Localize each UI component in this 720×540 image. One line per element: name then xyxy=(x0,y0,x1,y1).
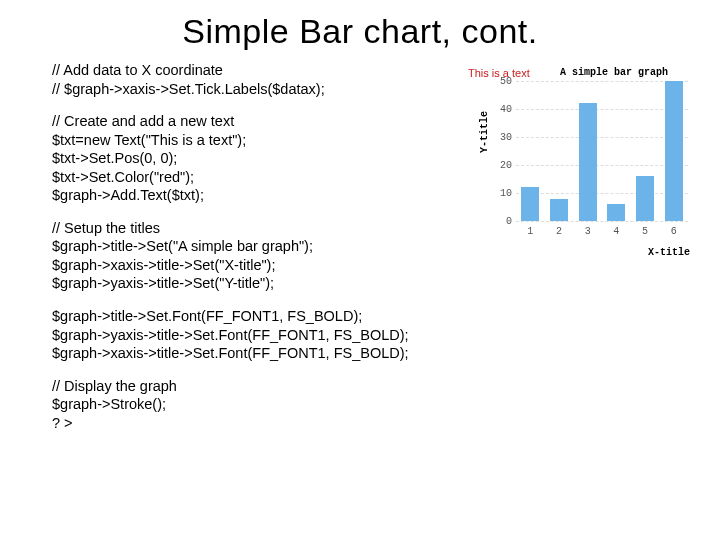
code-line: $txt=new Text("This is a text"); xyxy=(52,131,462,150)
code-line: // Add data to X coordinate xyxy=(52,61,462,80)
code-line: $graph->xaxis->title->Set.Font(FF_FONT1,… xyxy=(52,344,692,363)
code-line: ? > xyxy=(52,414,692,433)
content-row: // Add data to X coordinate // $graph->x… xyxy=(0,61,720,307)
code-line: // Create and add a new text xyxy=(52,112,462,131)
chart-y-tick: 0 xyxy=(494,216,512,227)
chart-y-tick: 40 xyxy=(494,104,512,115)
chart-y-axis-label: Y-title xyxy=(479,111,490,153)
chart-y-tick: 50 xyxy=(494,76,512,87)
code-block-3: // Setup the titles $graph->title->Set("… xyxy=(52,219,462,293)
code-block-4: $graph->title->Set.Font(FF_FONT1, FS_BOL… xyxy=(52,307,692,363)
chart-bar xyxy=(665,81,683,221)
code-line: $graph->yaxis->title->Set.Font(FF_FONT1,… xyxy=(52,326,692,345)
code-line: $graph->yaxis->title->Set("Y-title"); xyxy=(52,274,462,293)
bar-chart: This is a text A simple bar graph Y-titl… xyxy=(462,63,692,258)
chart-plot-area: 01020304050123456 xyxy=(516,81,688,221)
chart-column: This is a text A simple bar graph Y-titl… xyxy=(462,61,692,307)
code-line: $graph->xaxis->title->Set("X-title"); xyxy=(52,256,462,275)
chart-bar xyxy=(521,187,539,221)
code-line: $graph->title->Set.Font(FF_FONT1, FS_BOL… xyxy=(52,307,692,326)
chart-bar xyxy=(607,204,625,221)
code-line: $graph->Stroke(); xyxy=(52,395,692,414)
code-line: $graph->Add.Text($txt); xyxy=(52,186,462,205)
chart-x-tick: 5 xyxy=(642,226,648,237)
code-block-1: // Add data to X coordinate // $graph->x… xyxy=(52,61,462,98)
chart-x-tick: 4 xyxy=(613,226,619,237)
chart-gridline xyxy=(516,221,688,222)
chart-y-tick: 10 xyxy=(494,188,512,199)
code-column: // Add data to X coordinate // $graph->x… xyxy=(52,61,462,307)
chart-bar xyxy=(550,199,568,221)
slide-title: Simple Bar chart, cont. xyxy=(0,0,720,61)
code-block-5: // Display the graph $graph->Stroke(); ?… xyxy=(52,377,692,433)
chart-gridline xyxy=(516,81,688,82)
code-line: // $graph->xaxis->Set.Tick.Labels($datax… xyxy=(52,80,462,99)
chart-y-tick: 20 xyxy=(494,160,512,171)
chart-bar xyxy=(579,103,597,221)
code-block-2: // Create and add a new text $txt=new Te… xyxy=(52,112,462,205)
chart-bar xyxy=(636,176,654,221)
chart-gridline xyxy=(516,165,688,166)
chart-gridline xyxy=(516,109,688,110)
chart-x-tick: 3 xyxy=(585,226,591,237)
code-line: // Setup the titles xyxy=(52,219,462,238)
code-line: // Display the graph xyxy=(52,377,692,396)
chart-x-axis-label: X-title xyxy=(648,247,690,258)
chart-x-tick: 6 xyxy=(671,226,677,237)
chart-x-tick: 1 xyxy=(527,226,533,237)
code-line: $txt->Set.Color("red"); xyxy=(52,168,462,187)
code-line: $graph->title->Set("A simple bar graph")… xyxy=(52,237,462,256)
code-line: $txt->Set.Pos(0, 0); xyxy=(52,149,462,168)
chart-x-tick: 2 xyxy=(556,226,562,237)
chart-gridline xyxy=(516,193,688,194)
chart-title: A simple bar graph xyxy=(560,67,668,78)
chart-y-tick: 30 xyxy=(494,132,512,143)
chart-gridline xyxy=(516,137,688,138)
